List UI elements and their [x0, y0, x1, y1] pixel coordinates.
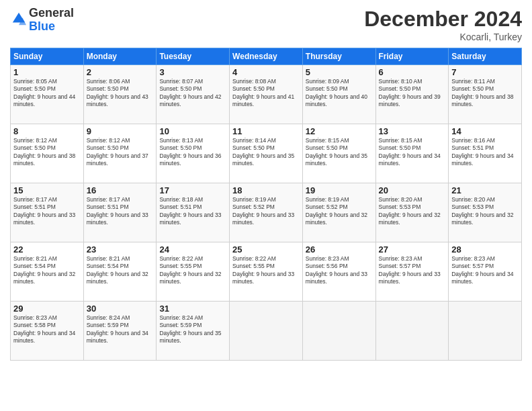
calendar-cell: 4Sunrise: 8:08 AMSunset: 5:50 PMDaylight…	[230, 65, 303, 124]
calendar-cell: 29Sunrise: 8:23 AMSunset: 5:58 PMDayligh…	[11, 302, 84, 361]
logo-icon	[11, 11, 26, 26]
day-number: 7	[451, 67, 519, 77]
day-number: 10	[159, 126, 226, 136]
calendar-week-row: 8Sunrise: 8:12 AMSunset: 5:50 PMDaylight…	[11, 124, 522, 183]
calendar-cell: 23Sunrise: 8:21 AMSunset: 5:54 PMDayligh…	[83, 242, 157, 302]
day-number: 12	[306, 126, 373, 136]
calendar-cell: 20Sunrise: 8:20 AMSunset: 5:53 PMDayligh…	[375, 183, 449, 242]
day-info: Sunrise: 8:16 AMSunset: 5:51 PMDaylight:…	[451, 137, 519, 168]
calendar-cell: 2Sunrise: 8:06 AMSunset: 5:50 PMDaylight…	[83, 65, 157, 124]
day-number: 9	[87, 126, 154, 136]
day-number: 27	[379, 244, 446, 255]
calendar-cell: 12Sunrise: 8:15 AMSunset: 5:50 PMDayligh…	[302, 124, 375, 183]
calendar-cell: 3Sunrise: 8:07 AMSunset: 5:50 PMDaylight…	[157, 65, 230, 124]
day-number: 20	[379, 185, 446, 195]
day-info: Sunrise: 8:12 AMSunset: 5:50 PMDaylight:…	[13, 137, 81, 168]
calendar-cell: 1Sunrise: 8:05 AMSunset: 5:50 PMDaylight…	[11, 65, 84, 124]
calendar-cell: 24Sunrise: 8:22 AMSunset: 5:55 PMDayligh…	[157, 242, 230, 302]
day-number: 29	[13, 304, 81, 314]
day-info: Sunrise: 8:23 AMSunset: 5:57 PMDaylight:…	[379, 255, 446, 286]
day-info: Sunrise: 8:22 AMSunset: 5:55 PMDaylight:…	[159, 255, 226, 286]
calendar-cell	[449, 302, 522, 361]
day-number: 2	[87, 67, 154, 77]
day-number: 13	[379, 126, 446, 136]
calendar-cell: 14Sunrise: 8:16 AMSunset: 5:51 PMDayligh…	[449, 124, 522, 183]
day-info: Sunrise: 8:23 AMSunset: 5:58 PMDaylight:…	[13, 314, 81, 345]
calendar-cell: 19Sunrise: 8:19 AMSunset: 5:52 PMDayligh…	[302, 183, 375, 242]
calendar-cell	[375, 302, 449, 361]
day-number: 31	[159, 304, 226, 314]
day-number: 25	[232, 244, 300, 255]
day-info: Sunrise: 8:09 AMSunset: 5:50 PMDaylight:…	[306, 78, 373, 109]
day-number: 23	[87, 244, 154, 255]
day-number: 19	[306, 185, 373, 195]
calendar-cell: 6Sunrise: 8:10 AMSunset: 5:50 PMDaylight…	[375, 65, 449, 124]
day-info: Sunrise: 8:23 AMSunset: 5:57 PMDaylight:…	[451, 255, 519, 286]
day-info: Sunrise: 8:11 AMSunset: 5:50 PMDaylight:…	[451, 78, 519, 109]
calendar-cell: 22Sunrise: 8:21 AMSunset: 5:54 PMDayligh…	[11, 242, 84, 302]
calendar-week-row: 29Sunrise: 8:23 AMSunset: 5:58 PMDayligh…	[11, 302, 522, 361]
day-number: 8	[13, 126, 81, 136]
logo-general: General	[29, 6, 74, 19]
calendar-week-row: 15Sunrise: 8:17 AMSunset: 5:51 PMDayligh…	[11, 183, 522, 242]
logo-text: General Blue	[29, 7, 74, 34]
calendar-cell: 16Sunrise: 8:17 AMSunset: 5:51 PMDayligh…	[83, 183, 157, 242]
day-number: 14	[451, 126, 519, 136]
day-info: Sunrise: 8:24 AMSunset: 5:59 PMDaylight:…	[87, 314, 154, 345]
day-number: 28	[451, 244, 519, 255]
logo: General Blue	[10, 7, 74, 34]
day-number: 18	[232, 185, 300, 195]
day-number: 5	[306, 67, 373, 77]
calendar-header: Sunday Monday Tuesday Wednesday Thursday…	[11, 48, 522, 65]
calendar-cell: 9Sunrise: 8:12 AMSunset: 5:50 PMDaylight…	[83, 124, 157, 183]
col-sunday: Sunday	[11, 48, 84, 65]
logo-blue: Blue	[29, 19, 55, 33]
day-number: 30	[87, 304, 154, 314]
calendar-week-row: 22Sunrise: 8:21 AMSunset: 5:54 PMDayligh…	[11, 242, 522, 302]
calendar-cell: 21Sunrise: 8:20 AMSunset: 5:53 PMDayligh…	[449, 183, 522, 242]
calendar-cell: 11Sunrise: 8:14 AMSunset: 5:50 PMDayligh…	[230, 124, 303, 183]
calendar-week-row: 1Sunrise: 8:05 AMSunset: 5:50 PMDaylight…	[11, 65, 522, 124]
day-info: Sunrise: 8:19 AMSunset: 5:52 PMDaylight:…	[232, 196, 300, 227]
day-info: Sunrise: 8:23 AMSunset: 5:56 PMDaylight:…	[306, 255, 373, 286]
day-number: 26	[306, 244, 373, 255]
day-info: Sunrise: 8:12 AMSunset: 5:50 PMDaylight:…	[87, 137, 154, 168]
day-number: 21	[451, 185, 519, 195]
day-info: Sunrise: 8:20 AMSunset: 5:53 PMDaylight:…	[379, 196, 446, 227]
calendar-cell: 25Sunrise: 8:22 AMSunset: 5:55 PMDayligh…	[230, 242, 303, 302]
col-wednesday: Wednesday	[230, 48, 303, 65]
day-info: Sunrise: 8:20 AMSunset: 5:53 PMDaylight:…	[451, 196, 519, 227]
day-number: 3	[159, 67, 226, 77]
day-info: Sunrise: 8:06 AMSunset: 5:50 PMDaylight:…	[87, 78, 154, 109]
day-info: Sunrise: 8:19 AMSunset: 5:52 PMDaylight:…	[306, 196, 373, 227]
day-number: 24	[159, 244, 226, 255]
calendar-cell: 28Sunrise: 8:23 AMSunset: 5:57 PMDayligh…	[449, 242, 522, 302]
calendar-cell: 15Sunrise: 8:17 AMSunset: 5:51 PMDayligh…	[11, 183, 84, 242]
col-tuesday: Tuesday	[157, 48, 230, 65]
calendar-body: 1Sunrise: 8:05 AMSunset: 5:50 PMDaylight…	[11, 65, 522, 361]
calendar-cell	[230, 302, 303, 361]
calendar-cell: 26Sunrise: 8:23 AMSunset: 5:56 PMDayligh…	[302, 242, 375, 302]
col-friday: Friday	[375, 48, 449, 65]
day-info: Sunrise: 8:14 AMSunset: 5:50 PMDaylight:…	[232, 137, 300, 168]
day-info: Sunrise: 8:21 AMSunset: 5:54 PMDaylight:…	[87, 255, 154, 286]
page: General Blue December 2024 Kocarli, Turk…	[0, 0, 532, 411]
day-number: 1	[13, 67, 81, 77]
day-info: Sunrise: 8:15 AMSunset: 5:50 PMDaylight:…	[306, 137, 373, 168]
month-title: December 2024	[364, 7, 522, 32]
day-info: Sunrise: 8:21 AMSunset: 5:54 PMDaylight:…	[13, 255, 81, 286]
title-area: December 2024 Kocarli, Turkey	[364, 7, 522, 42]
day-info: Sunrise: 8:18 AMSunset: 5:51 PMDaylight:…	[159, 196, 226, 227]
day-info: Sunrise: 8:07 AMSunset: 5:50 PMDaylight:…	[159, 78, 226, 109]
day-number: 17	[159, 185, 226, 195]
calendar-cell	[302, 302, 375, 361]
day-info: Sunrise: 8:10 AMSunset: 5:50 PMDaylight:…	[379, 78, 446, 109]
calendar-table: Sunday Monday Tuesday Wednesday Thursday…	[10, 48, 522, 361]
calendar-cell: 10Sunrise: 8:13 AMSunset: 5:50 PMDayligh…	[157, 124, 230, 183]
day-info: Sunrise: 8:24 AMSunset: 5:59 PMDaylight:…	[159, 314, 226, 345]
day-info: Sunrise: 8:17 AMSunset: 5:51 PMDaylight:…	[13, 196, 81, 227]
calendar-cell: 30Sunrise: 8:24 AMSunset: 5:59 PMDayligh…	[83, 302, 157, 361]
day-info: Sunrise: 8:22 AMSunset: 5:55 PMDaylight:…	[232, 255, 300, 286]
col-saturday: Saturday	[449, 48, 522, 65]
col-thursday: Thursday	[302, 48, 375, 65]
